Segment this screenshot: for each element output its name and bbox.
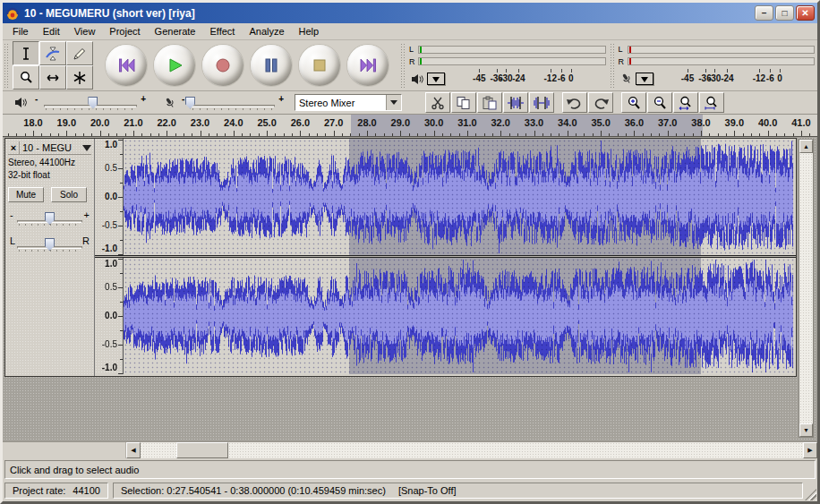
meter-bar[interactable] bbox=[418, 46, 606, 54]
vertical-scrollbar[interactable]: ▲ ▼ bbox=[799, 139, 814, 438]
fit-selection-button[interactable] bbox=[673, 92, 698, 113]
silence-selection-button[interactable] bbox=[529, 92, 554, 113]
timeline-tick bbox=[367, 131, 368, 136]
skip-to-end-button[interactable] bbox=[347, 45, 389, 86]
timeline-label: 30.0 bbox=[424, 117, 443, 128]
selection-tool-button[interactable] bbox=[13, 41, 39, 65]
input-meter-dropdown[interactable] bbox=[636, 73, 653, 85]
menu-edit[interactable]: Edit bbox=[36, 24, 67, 38]
input-source-dropdown-button[interactable] bbox=[386, 95, 401, 110]
solo-button[interactable]: Solo bbox=[51, 187, 87, 202]
scroll-up-button[interactable]: ▲ bbox=[799, 140, 813, 153]
menu-project[interactable]: Project bbox=[102, 24, 147, 38]
redo-button[interactable] bbox=[588, 92, 613, 113]
tool-toolbar-grip[interactable] bbox=[4, 43, 10, 88]
zoom-tool-button[interactable] bbox=[13, 65, 39, 90]
timeline-tick bbox=[184, 133, 184, 136]
input-meter-grip[interactable] bbox=[610, 43, 616, 88]
bottom-status-bar: Project rate: 44100 Selection: 0:27.5405… bbox=[3, 479, 817, 501]
timeline-tick bbox=[793, 133, 794, 136]
fit-project-button[interactable] bbox=[699, 92, 724, 113]
gain-max-label: + bbox=[84, 209, 90, 220]
meter-scale-label: -12 bbox=[543, 73, 556, 83]
menu-analyze[interactable]: Analyze bbox=[242, 24, 291, 38]
meter-row-l: L bbox=[619, 45, 816, 55]
timeline-ruler[interactable]: 18.019.020.021.022.023.024.025.026.027.0… bbox=[3, 115, 817, 137]
timeline-label: 20.0 bbox=[90, 117, 109, 128]
paste-button[interactable] bbox=[477, 92, 502, 113]
undo-button[interactable] bbox=[562, 92, 587, 113]
output-meter[interactable]: LR -45-36-30-24-12-60 bbox=[407, 40, 609, 90]
close-button[interactable]: ✕ bbox=[796, 5, 815, 21]
meter-bar[interactable] bbox=[418, 57, 606, 65]
zoom-out-button[interactable] bbox=[647, 92, 672, 113]
minimize-button[interactable]: – bbox=[755, 5, 773, 21]
menu-help[interactable]: Help bbox=[292, 24, 327, 38]
left-waveform-canvas[interactable] bbox=[124, 139, 793, 255]
track-menu-arrow-icon[interactable] bbox=[82, 145, 91, 156]
meter-bar[interactable] bbox=[628, 46, 816, 54]
timeline-tick bbox=[392, 133, 393, 136]
skip-to-start-button[interactable] bbox=[106, 45, 147, 86]
pause-button[interactable] bbox=[251, 45, 292, 86]
draw-tool-button[interactable] bbox=[66, 41, 93, 65]
cut-button[interactable] bbox=[425, 92, 450, 113]
timeline-tick bbox=[442, 133, 443, 136]
output-volume-min: - bbox=[35, 94, 38, 104]
horizontal-scroll-thumb[interactable] bbox=[176, 442, 228, 458]
chevron-down-icon bbox=[390, 100, 397, 108]
input-source-combo[interactable]: Stereo Mixer bbox=[295, 94, 402, 111]
output-volume-slider[interactable]: - + bbox=[33, 94, 148, 112]
output-meter-dropdown[interactable] bbox=[427, 73, 445, 85]
left-channel-waveform[interactable] bbox=[124, 139, 796, 255]
track-title[interactable]: 10 - MEGU bbox=[20, 142, 82, 153]
right-waveform-canvas[interactable] bbox=[124, 258, 793, 374]
menu-generate[interactable]: Generate bbox=[148, 24, 203, 38]
track-close-button[interactable]: × bbox=[8, 141, 20, 154]
timeline-tick bbox=[100, 131, 101, 136]
trim-outside-selection-button[interactable] bbox=[503, 92, 528, 113]
gain-slider[interactable]: - + bbox=[8, 209, 91, 228]
scroll-right-button[interactable]: ▶ bbox=[803, 442, 817, 458]
output-meter-bars: LR bbox=[407, 41, 608, 69]
title-bar[interactable]: 10 - MEGUMERU (short ver) [riya] – □ ✕ bbox=[3, 3, 817, 23]
timeline-tick bbox=[584, 133, 585, 136]
menu-effect[interactable]: Effect bbox=[202, 24, 242, 38]
multi-tool-button[interactable] bbox=[66, 65, 93, 90]
menu-view[interactable]: View bbox=[67, 24, 103, 38]
timeline-tick bbox=[275, 133, 276, 136]
input-meter[interactable]: LR -45-36-30-24-12-60 bbox=[617, 40, 818, 90]
timeline-tick bbox=[751, 133, 752, 136]
timeline-tick bbox=[517, 133, 518, 136]
meter-bar[interactable] bbox=[628, 57, 816, 65]
meter-scale-tick bbox=[770, 69, 771, 73]
input-volume-slider[interactable]: - + bbox=[180, 94, 286, 112]
vertical-ruler-tick bbox=[118, 197, 123, 198]
scroll-left-button[interactable]: ◀ bbox=[126, 442, 141, 458]
input-volume-min: - bbox=[182, 94, 184, 104]
meter-scale-label: 0 bbox=[568, 73, 574, 83]
vertical-ruler-tick bbox=[118, 254, 123, 255]
timeline-tick bbox=[684, 133, 685, 136]
horizontal-scrollbar[interactable]: ◀ ▶ bbox=[126, 442, 817, 458]
input-volume-ticks bbox=[192, 108, 273, 110]
timeline-tick bbox=[484, 133, 485, 136]
scroll-down-button[interactable]: ▼ bbox=[799, 423, 813, 437]
zoom-in-button[interactable] bbox=[621, 92, 646, 113]
copy-button[interactable] bbox=[451, 92, 476, 113]
maximize-button[interactable]: □ bbox=[775, 5, 794, 21]
menu-file[interactable]: File bbox=[5, 24, 36, 38]
scrollbar-left-spacer bbox=[3, 442, 126, 458]
play-button[interactable] bbox=[154, 45, 195, 86]
input-meter-bars: LR bbox=[617, 41, 817, 69]
output-meter-grip[interactable] bbox=[400, 43, 406, 88]
stop-button[interactable] bbox=[299, 45, 340, 86]
time-shift-tool-button[interactable] bbox=[39, 65, 66, 90]
pan-slider[interactable]: L R bbox=[8, 235, 91, 254]
vertical-ruler-label: -0.5 bbox=[102, 220, 117, 230]
envelope-tool-button[interactable] bbox=[39, 41, 66, 65]
mute-button[interactable]: Mute bbox=[8, 187, 44, 202]
right-channel-waveform[interactable] bbox=[124, 258, 796, 374]
record-button[interactable] bbox=[202, 45, 243, 86]
track-workspace[interactable]: × 10 - MEGU Stereo, 44100Hz 32-bit float… bbox=[3, 137, 817, 441]
